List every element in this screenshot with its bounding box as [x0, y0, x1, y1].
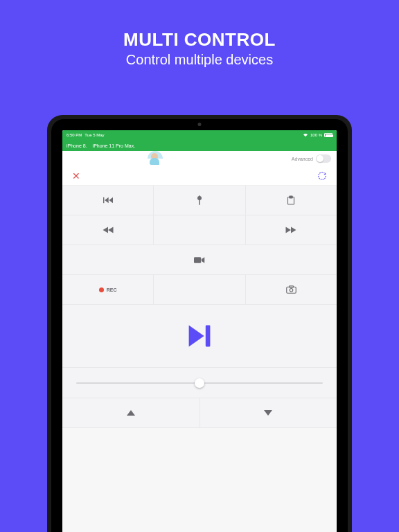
- record-dot-icon: [99, 287, 104, 292]
- svg-rect-0: [103, 197, 104, 203]
- record-label: REC: [107, 287, 117, 292]
- record-button[interactable]: REC: [62, 275, 154, 304]
- svg-point-7: [290, 289, 293, 292]
- down-button[interactable]: [200, 398, 337, 427]
- app-screen: 6:50 PM Tue 5 May 100 % iPhone 8. iPhone…: [62, 130, 337, 532]
- seek-slider[interactable]: [62, 368, 337, 398]
- advanced-toggle[interactable]: [316, 154, 331, 163]
- connected-devices-bar: iPhone 8. iPhone 11 Pro Max.: [62, 140, 337, 151]
- status-bar: 6:50 PM Tue 5 May 100 %: [62, 130, 337, 140]
- triangle-down-icon: [264, 410, 272, 416]
- triangle-up-icon: [127, 410, 135, 416]
- slider-track: [76, 382, 323, 384]
- promo-header: MULTI CONTROL Control multiple devices: [0, 0, 399, 87]
- video-button[interactable]: [62, 245, 337, 274]
- device-iphone11promax[interactable]: iPhone 11 Pro Max.: [93, 143, 135, 148]
- header-row: Advanced: [62, 151, 337, 166]
- promo-title: MULTI CONTROL: [0, 29, 399, 51]
- control-grid: REC: [62, 186, 337, 428]
- device-iphone8[interactable]: iPhone 8.: [66, 143, 87, 148]
- up-button[interactable]: [62, 398, 200, 427]
- camera-button[interactable]: [246, 275, 337, 304]
- rewind-button[interactable]: [62, 215, 154, 245]
- play-next-button[interactable]: [62, 305, 337, 367]
- fast-forward-button[interactable]: [246, 215, 337, 245]
- wifi-icon: [303, 133, 308, 137]
- status-date: Tue 5 May: [85, 133, 104, 137]
- spacer-cell-2: [154, 275, 245, 304]
- close-refresh-row: ✕: [62, 166, 337, 186]
- tablet-frame: 6:50 PM Tue 5 May 100 % iPhone 8. iPhone…: [47, 115, 352, 532]
- tablet-camera: [198, 123, 202, 126]
- slider-thumb[interactable]: [195, 378, 204, 388]
- clipboard-button[interactable]: [246, 186, 337, 215]
- status-time: 6:50 PM: [66, 133, 82, 137]
- marker-button[interactable]: [154, 186, 245, 215]
- promo-subtitle: Control multiple devices: [0, 52, 399, 68]
- avatar[interactable]: [148, 151, 163, 166]
- skip-start-button[interactable]: [62, 186, 154, 215]
- svg-rect-6: [287, 287, 296, 293]
- battery-percent: 100 %: [310, 133, 322, 137]
- svg-rect-9: [206, 326, 211, 347]
- svg-rect-4: [290, 196, 293, 198]
- svg-rect-5: [194, 257, 201, 263]
- svg-point-2: [197, 196, 202, 200]
- spacer-cell: [154, 215, 245, 245]
- tablet-inner: 6:50 PM Tue 5 May 100 % iPhone 8. iPhone…: [51, 119, 348, 532]
- refresh-icon[interactable]: [317, 171, 327, 181]
- close-icon[interactable]: ✕: [72, 170, 80, 181]
- battery-icon: [324, 133, 332, 137]
- advanced-label: Advanced: [292, 157, 313, 161]
